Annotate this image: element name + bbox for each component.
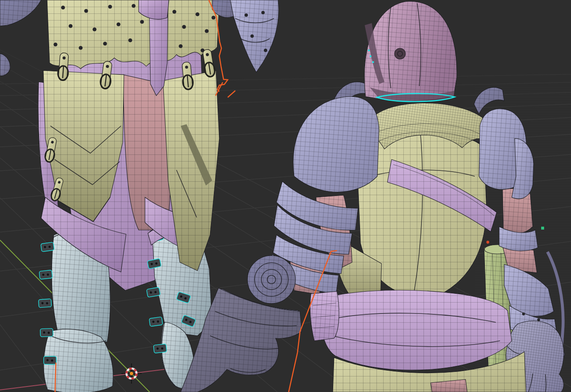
helm-rivet-boss [395, 48, 405, 59]
viewport-canvas[interactable]: 3D viewport showing two views of a low-p… [0, 0, 571, 392]
origin-dot-small [487, 241, 489, 244]
cursor-center-dot [130, 372, 133, 375]
waist-sash-wireframe [320, 290, 512, 370]
viewport-3d[interactable]: 3D viewport showing two views of a low-p… [0, 0, 571, 392]
green-marker-dot [541, 227, 544, 230]
belt-pouch-wireframe [310, 291, 339, 341]
